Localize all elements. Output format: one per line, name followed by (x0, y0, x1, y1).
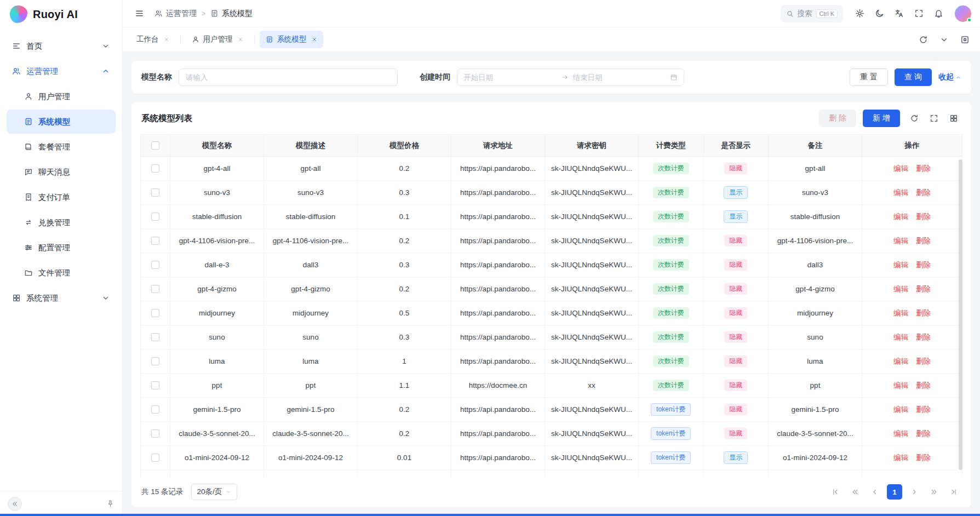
sidebar-item-home[interactable]: 首页 (7, 34, 116, 58)
tab-user-management[interactable]: 用户管理 (186, 31, 249, 48)
page-size-select[interactable]: 20条/页 (191, 484, 238, 500)
row-checkbox[interactable] (151, 381, 159, 389)
edit-link[interactable]: 编辑 (893, 333, 908, 341)
delete-link[interactable]: 删除 (916, 333, 931, 341)
row-checkbox[interactable] (151, 333, 159, 341)
page-button-1[interactable]: 1 (887, 484, 902, 500)
chevron-down-button[interactable] (936, 32, 952, 47)
edit-link[interactable]: 编辑 (893, 429, 908, 438)
breadcrumb-item-operations[interactable]: 运营管理 (154, 9, 197, 19)
row-checkbox[interactable] (151, 405, 159, 414)
cell-actions: 编辑删除 (862, 446, 962, 470)
tab-workbench[interactable]: 工作台 (130, 31, 175, 48)
delete-link[interactable]: 删除 (916, 381, 931, 389)
refresh-button[interactable] (907, 111, 922, 126)
prev-group-button[interactable] (847, 484, 863, 500)
gear-button[interactable] (852, 6, 867, 21)
search-input[interactable]: 搜索 Ctrl K (781, 5, 844, 22)
last-page-button[interactable] (946, 484, 961, 500)
delete-button[interactable]: 删 除 (819, 110, 856, 127)
reset-button[interactable]: 重 置 (850, 68, 888, 86)
bell-button[interactable] (931, 6, 946, 21)
sidebar-item-user-management[interactable]: 用户管理 (7, 84, 116, 108)
sidebar-item-redeem-management[interactable]: 兑换管理 (7, 210, 116, 234)
fullscreen-button[interactable] (911, 6, 926, 21)
edit-link[interactable]: 编辑 (893, 237, 908, 245)
sidebar-pin-button[interactable] (106, 500, 114, 508)
delete-link[interactable]: 删除 (916, 357, 931, 365)
search-button[interactable]: 查 询 (895, 68, 932, 86)
cell-model-desc: stable-diffusion (264, 205, 358, 229)
row-checkbox[interactable] (151, 309, 159, 317)
row-checkbox[interactable] (151, 213, 159, 221)
edit-link[interactable]: 编辑 (893, 213, 908, 221)
avatar[interactable] (955, 5, 971, 22)
table-viewport: 模型名称模型描述模型价格请求地址请求密钥计费类型是否显示备注操作 gpt-4-a… (140, 134, 962, 478)
delete-link[interactable]: 删除 (916, 285, 931, 293)
collapse-filter-link[interactable]: 收起 (938, 72, 961, 82)
date-range-picker[interactable] (457, 68, 684, 86)
table-scrollbar[interactable] (959, 159, 962, 470)
delete-link[interactable]: 删除 (916, 164, 931, 173)
sidebar-item-system-management[interactable]: 系统管理 (7, 286, 116, 310)
columns-button[interactable] (946, 111, 961, 126)
row-checkbox[interactable] (151, 357, 159, 365)
breadcrumb-item-system-models[interactable]: 系统模型 (210, 9, 253, 19)
row-checkbox[interactable] (151, 237, 159, 245)
edit-link[interactable]: 编辑 (893, 285, 908, 293)
sidebar-item-payment-orders[interactable]: 支付订单 (7, 185, 116, 209)
moon-button[interactable] (872, 6, 887, 21)
delete-link[interactable]: 删除 (916, 309, 931, 317)
logo[interactable]: Ruoyi AI (0, 0, 122, 28)
edit-link[interactable]: 编辑 (893, 309, 908, 317)
sidebar-item-chat-messages[interactable]: 聊天消息 (7, 160, 116, 184)
sidebar-item-package-management[interactable]: 套餐管理 (7, 135, 116, 159)
translate-button[interactable] (891, 6, 907, 21)
end-date-input[interactable] (573, 73, 666, 82)
expand-button[interactable] (957, 32, 972, 47)
delete-link[interactable]: 删除 (916, 405, 931, 414)
delete-link[interactable]: 删除 (916, 261, 931, 269)
row-checkbox[interactable] (151, 285, 159, 293)
delete-link[interactable]: 删除 (916, 429, 931, 438)
edit-link[interactable]: 编辑 (893, 405, 908, 414)
sidebar-item-operations[interactable]: 运营管理 (7, 59, 116, 83)
row-checkbox[interactable] (151, 429, 159, 438)
edit-link[interactable]: 编辑 (893, 381, 908, 389)
row-checkbox[interactable] (151, 164, 159, 173)
start-date-input[interactable] (463, 73, 557, 82)
delete-link[interactable]: 删除 (916, 454, 931, 462)
edit-link[interactable]: 编辑 (893, 188, 908, 197)
tab-close-icon[interactable] (164, 37, 169, 42)
edit-link[interactable]: 编辑 (893, 357, 908, 365)
edit-link[interactable]: 编辑 (893, 261, 908, 269)
next-group-button[interactable] (926, 484, 942, 500)
delete-link[interactable]: 删除 (916, 213, 931, 221)
tab-close-icon[interactable] (238, 37, 243, 42)
hamburger-button[interactable] (131, 6, 147, 21)
row-checkbox[interactable] (151, 188, 159, 197)
select-all-checkbox[interactable] (151, 141, 159, 150)
prev-page-button[interactable] (867, 484, 882, 500)
cell-visibility: 隐藏 (703, 229, 769, 253)
sidebar-item-file-management[interactable]: 文件管理 (7, 261, 116, 285)
first-page-button[interactable] (828, 484, 843, 500)
row-checkbox[interactable] (151, 261, 159, 269)
refresh-button[interactable] (915, 32, 931, 47)
add-button[interactable]: 新 增 (863, 110, 900, 127)
delete-link[interactable]: 删除 (916, 237, 931, 245)
sidebar-item-config-management[interactable]: 配置管理 (7, 236, 116, 260)
row-select-cell (141, 422, 170, 446)
tab-close-icon[interactable] (312, 37, 317, 42)
edit-link[interactable]: 编辑 (893, 454, 908, 462)
row-checkbox[interactable] (151, 454, 159, 462)
delete-link[interactable]: 删除 (916, 188, 931, 197)
edit-link[interactable]: 编辑 (893, 164, 908, 173)
tab-system-models[interactable]: 系统模型 (260, 31, 323, 48)
sidebar-item-system-models[interactable]: 系统模型 (7, 110, 116, 134)
cell-request-key: sk-JIUQLNndqSeKWU... (545, 301, 639, 325)
fullscreen-button[interactable] (926, 111, 942, 126)
next-page-button[interactable] (907, 484, 922, 500)
model-name-input[interactable] (179, 68, 398, 86)
sidebar-collapse-button[interactable] (8, 497, 22, 511)
